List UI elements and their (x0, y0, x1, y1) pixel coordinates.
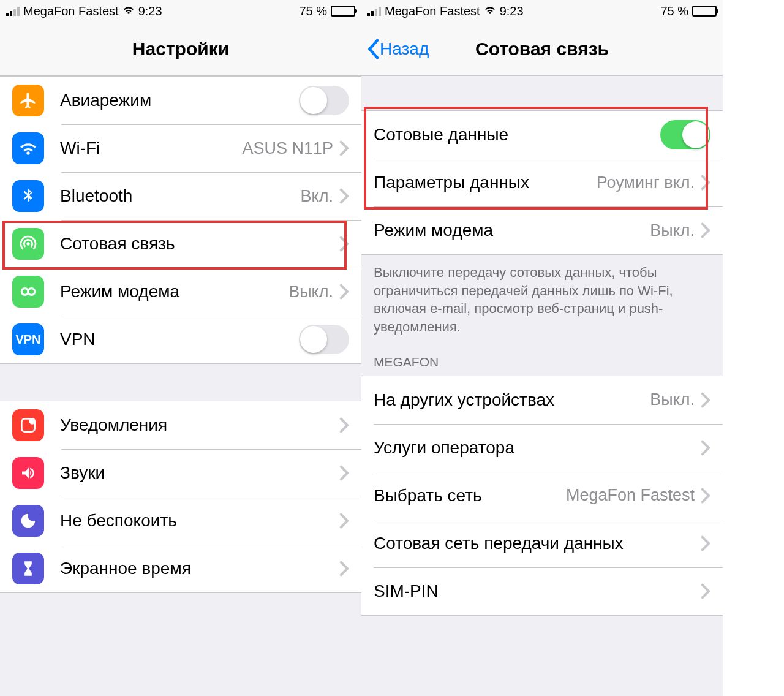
row-data-options[interactable]: Параметры данных Роуминг вкл. (361, 159, 723, 206)
chevron-right-icon (701, 535, 710, 551)
row-other-devices[interactable]: На других устройствах Выкл. (361, 376, 723, 424)
svg-point-3 (30, 418, 35, 423)
row-label: Авиарежим (60, 91, 151, 110)
row-notifications[interactable]: Уведомления (0, 401, 361, 449)
row-value: Выкл. (650, 390, 695, 409)
row-label: Режим модема (60, 282, 179, 301)
row-hotspot[interactable]: Режим модема Выкл. (361, 206, 723, 254)
row-dnd[interactable]: Не беспокоить (0, 497, 361, 545)
vpn-icon: VPN (12, 323, 44, 355)
row-value: Вкл. (301, 187, 333, 206)
row-value: MegaFon Fastest (566, 486, 695, 505)
screentime-icon (12, 553, 44, 584)
wifi-icon (12, 132, 44, 164)
nav-header: Настройки (0, 22, 361, 76)
row-value: ASUS N11P (242, 139, 333, 158)
back-label: Назад (380, 39, 429, 59)
row-label: Звуки (60, 463, 105, 483)
airplane-toggle[interactable] (299, 86, 349, 115)
row-label: Услуги оператора (374, 438, 514, 458)
row-label: Wi-Fi (60, 138, 100, 158)
chevron-right-icon (701, 440, 710, 456)
page-title: Настройки (132, 39, 229, 59)
row-label: VPN (60, 330, 96, 349)
back-button[interactable]: Назад (366, 39, 429, 59)
row-label: SIM-PIN (374, 581, 439, 601)
carrier-label: MegaFon Fastest (385, 4, 480, 18)
dnd-icon (12, 505, 44, 537)
cellular-data-group: Сотовые данные Параметры данных Роуминг … (361, 110, 723, 255)
chevron-right-icon (339, 140, 349, 156)
chevron-right-icon (701, 488, 710, 504)
hotspot-icon (12, 276, 44, 308)
row-value: Выкл. (650, 221, 695, 240)
row-select-network[interactable]: Выбрать сеть MegaFon Fastest (361, 472, 723, 520)
signal-icon (368, 6, 381, 16)
row-label: Выбрать сеть (374, 486, 482, 505)
carrier-label: MegaFon Fastest (23, 4, 119, 18)
row-label: Сотовая сеть передачи данных (374, 534, 624, 553)
chevron-right-icon (339, 417, 349, 433)
row-cellular-data[interactable]: Сотовые данные (361, 111, 723, 159)
row-apn[interactable]: Сотовая сеть передачи данных (361, 520, 723, 567)
cellular-icon (12, 228, 44, 260)
row-value: Роуминг вкл. (597, 173, 695, 192)
bluetooth-icon (12, 180, 44, 212)
svg-point-1 (28, 289, 35, 295)
row-value: Выкл. (288, 282, 333, 301)
row-label: Параметры данных (374, 173, 529, 192)
chevron-right-icon (339, 284, 349, 300)
chevron-right-icon (701, 583, 710, 599)
settings-group-connectivity: Авиарежим Wi-Fi ASUS N11P Bluetooth (0, 76, 361, 364)
row-vpn[interactable]: VPN VPN (0, 316, 361, 363)
row-label: Сотовая связь (60, 234, 175, 254)
row-label: Сотовые данные (374, 125, 508, 145)
row-label: Режим модема (374, 221, 493, 240)
airplane-icon (12, 85, 44, 116)
carrier-section-header: MEGAFON (361, 345, 723, 376)
notifications-icon (12, 409, 44, 441)
row-cellular[interactable]: Сотовая связь (0, 220, 361, 268)
row-carrier-services[interactable]: Услуги оператора (361, 424, 723, 472)
chevron-right-icon (339, 513, 349, 529)
row-wifi[interactable]: Wi-Fi ASUS N11P (0, 124, 361, 172)
row-sim-pin[interactable]: SIM-PIN (361, 567, 723, 615)
status-bar: MegaFon Fastest 9:23 75 % (361, 0, 723, 22)
cellular-data-toggle[interactable] (660, 120, 710, 149)
status-time: 9:23 (138, 4, 162, 18)
cellular-screen: MegaFon Fastest 9:23 75 % Назад Сотовая … (361, 0, 723, 696)
row-label: Экранное время (60, 559, 191, 578)
nav-header: Назад Сотовая связь (361, 22, 723, 76)
page-title: Сотовая связь (475, 39, 609, 59)
row-sounds[interactable]: Звуки (0, 449, 361, 497)
chevron-right-icon (339, 236, 349, 252)
wifi-icon (123, 4, 135, 18)
chevron-right-icon (701, 175, 710, 191)
row-airplane[interactable]: Авиарежим (0, 77, 361, 124)
signal-icon (6, 6, 20, 16)
status-time: 9:23 (500, 4, 524, 18)
chevron-right-icon (701, 222, 710, 238)
chevron-right-icon (339, 188, 349, 204)
wifi-icon (484, 4, 496, 18)
chevron-right-icon (339, 465, 349, 481)
row-hotspot[interactable]: Режим модема Выкл. (0, 268, 361, 316)
battery-percent: 75 % (660, 4, 688, 18)
row-label: Bluetooth (60, 186, 132, 206)
row-bluetooth[interactable]: Bluetooth Вкл. (0, 172, 361, 220)
vpn-toggle[interactable] (299, 325, 349, 354)
status-bar: MegaFon Fastest 9:23 75 % (0, 0, 361, 22)
row-label: Уведомления (60, 415, 167, 435)
settings-screen: MegaFon Fastest 9:23 75 % Настройки Авиа… (0, 0, 361, 696)
cellular-footer-text: Выключите передачу сотовых данных, чтобы… (361, 255, 723, 345)
row-screentime[interactable]: Экранное время (0, 545, 361, 592)
settings-group-alerts: Уведомления Звуки Не беспокоить (0, 401, 361, 593)
sounds-icon (12, 457, 44, 489)
carrier-group: На других устройствах Выкл. Услуги опера… (361, 376, 723, 616)
chevron-right-icon (701, 392, 710, 408)
row-label: На других устройствах (374, 390, 554, 410)
chevron-right-icon (339, 561, 349, 577)
row-label: Не беспокоить (60, 511, 177, 531)
battery-icon (692, 6, 717, 17)
battery-icon (331, 6, 355, 17)
